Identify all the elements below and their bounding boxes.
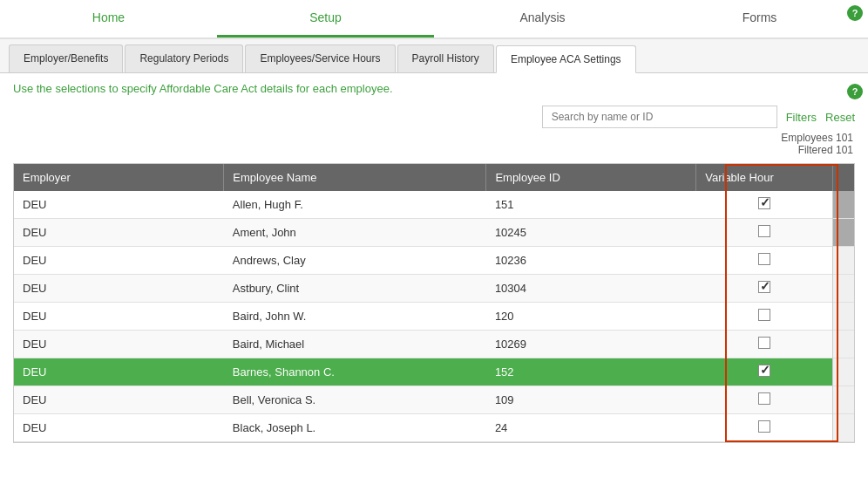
cell-variable-hour[interactable]: [696, 386, 833, 414]
scrollbar-cell: [832, 247, 854, 275]
tab-payroll-history[interactable]: Payroll History: [397, 44, 494, 72]
employee-table: Employer Employee Name Employee ID Varia…: [14, 164, 854, 442]
cell-variable-hour[interactable]: [696, 414, 833, 442]
cell-variable-hour[interactable]: [696, 219, 833, 247]
tab-help-icon[interactable]: ?: [847, 84, 863, 99]
cell-employee-id: 10304: [486, 275, 696, 303]
table-row[interactable]: DEUAment, John10245: [14, 219, 854, 247]
table-row[interactable]: DEUBlack, Joseph L.24: [14, 414, 854, 442]
table-row[interactable]: DEUBaird, Michael10269: [14, 331, 854, 358]
tab-regulatory-periods[interactable]: Regulatory Periods: [125, 44, 243, 72]
global-help-icon[interactable]: ?: [847, 5, 863, 21]
counts-bar: Employees 101 Filtered 101: [13, 132, 855, 156]
cell-employer: DEU: [14, 247, 224, 275]
reset-link[interactable]: Reset: [825, 111, 855, 124]
cell-employer: DEU: [14, 275, 224, 303]
cell-employee-name: Black, Joseph L.: [224, 414, 486, 442]
scrollbar-cell: [832, 219, 854, 247]
variable-hour-checkbox[interactable]: [758, 392, 770, 405]
col-header-variable-hour: Variable Hour: [696, 164, 833, 191]
scrollbar-cell: [832, 191, 854, 219]
scrollbar-cell: [832, 275, 854, 303]
cell-variable-hour[interactable]: [696, 358, 833, 386]
cell-employer: DEU: [14, 358, 224, 386]
cell-employee-name: Astbury, Clint: [224, 275, 486, 303]
nav-forms[interactable]: Forms: [651, 0, 868, 38]
cell-employee-id: 120: [486, 303, 696, 331]
table-row[interactable]: DEUAndrews, Clay10236: [14, 247, 854, 275]
cell-variable-hour[interactable]: [696, 303, 833, 331]
sub-tab-bar: Employer/Benefits Regulatory Periods Emp…: [0, 39, 868, 73]
variable-hour-checkbox[interactable]: [758, 197, 770, 209]
table-row[interactable]: DEUBaird, John W.120: [14, 303, 854, 331]
variable-hour-checkbox[interactable]: [758, 337, 770, 349]
nav-setup[interactable]: Setup: [217, 0, 434, 38]
variable-hour-checkbox[interactable]: [758, 253, 770, 265]
cell-employee-id: 109: [486, 386, 696, 414]
tab-employees-service-hours[interactable]: Employees/Service Hours: [245, 44, 395, 72]
cell-variable-hour[interactable]: [696, 331, 833, 358]
cell-employee-name: Barnes, Shannon C.: [224, 358, 486, 386]
col-header-employee-name: Employee Name: [224, 164, 486, 191]
data-table-wrapper: Employer Employee Name Employee ID Varia…: [13, 163, 855, 443]
variable-hour-checkbox[interactable]: [758, 309, 770, 321]
table-row[interactable]: DEUBell, Veronica S.109: [14, 386, 854, 414]
top-navigation: Home Setup Analysis Forms: [0, 0, 868, 39]
scrollbar-cell: [832, 303, 854, 331]
variable-hour-checkbox[interactable]: [758, 365, 770, 377]
cell-employer: DEU: [14, 331, 224, 358]
scrollbar-cell: [832, 358, 854, 386]
filters-link[interactable]: Filters: [786, 111, 817, 124]
scrollbar-cell: [832, 414, 854, 442]
variable-hour-checkbox[interactable]: [758, 225, 770, 237]
cell-variable-hour[interactable]: [696, 247, 833, 275]
cell-employer: DEU: [14, 191, 224, 219]
cell-employer: DEU: [14, 386, 224, 414]
table-row[interactable]: DEUAstbury, Clint10304: [14, 275, 854, 303]
cell-employee-id: 152: [486, 358, 696, 386]
scrollbar-cell: [832, 331, 854, 358]
page-content: Use the selections to specify Affordable…: [0, 73, 868, 452]
scrollbar-header: [832, 164, 854, 191]
cell-employee-name: Allen, Hugh F.: [224, 191, 486, 219]
cell-employee-id: 24: [486, 414, 696, 442]
table-row[interactable]: DEUBarnes, Shannon C.152: [14, 358, 854, 386]
variable-hour-checkbox[interactable]: [758, 281, 770, 293]
cell-employee-name: Ament, John: [224, 219, 486, 247]
cell-employee-id: 10269: [486, 331, 696, 358]
scrollbar-cell: [832, 386, 854, 414]
cell-employee-id: 10236: [486, 247, 696, 275]
cell-employer: DEU: [14, 303, 224, 331]
table-row[interactable]: DEUAllen, Hugh F.151: [14, 191, 854, 219]
table-header-row: Employer Employee Name Employee ID Varia…: [14, 164, 854, 191]
col-header-employer: Employer: [14, 164, 224, 191]
tab-employer-benefits[interactable]: Employer/Benefits: [9, 44, 123, 72]
col-header-employee-id: Employee ID: [486, 164, 696, 191]
filtered-count: Filtered 101: [798, 144, 853, 156]
cell-employee-name: Bell, Veronica S.: [224, 386, 486, 414]
nav-analysis[interactable]: Analysis: [434, 0, 651, 38]
employees-count: Employees 101: [781, 132, 853, 144]
search-input[interactable]: [542, 106, 777, 128]
page-description: Use the selections to specify Affordable…: [13, 82, 855, 95]
tab-employee-aca-settings[interactable]: Employee ACA Settings: [496, 45, 636, 73]
nav-home[interactable]: Home: [0, 0, 217, 38]
search-filter-bar: Filters Reset: [13, 106, 855, 128]
variable-hour-checkbox[interactable]: [758, 420, 770, 433]
cell-employer: DEU: [14, 219, 224, 247]
cell-variable-hour[interactable]: [696, 191, 833, 219]
cell-variable-hour[interactable]: [696, 275, 833, 303]
cell-employee-name: Andrews, Clay: [224, 247, 486, 275]
cell-employee-name: Baird, John W.: [224, 303, 486, 331]
cell-employer: DEU: [14, 414, 224, 442]
cell-employee-id: 151: [486, 191, 696, 219]
cell-employee-id: 10245: [486, 219, 696, 247]
cell-employee-name: Baird, Michael: [224, 331, 486, 358]
